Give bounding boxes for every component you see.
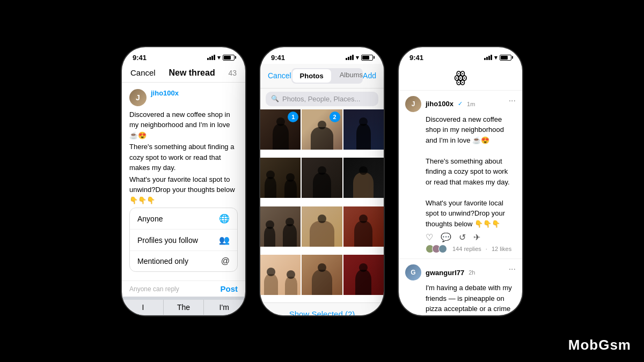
predictive-row: I The I'm: [123, 300, 244, 315]
photo-tabs: Photos Albums: [291, 68, 363, 84]
people-icon: 👥: [219, 235, 230, 245]
photo-cell-4[interactable]: [260, 158, 301, 198]
photo-cell-1[interactable]: 1: [260, 109, 301, 150]
wifi-icon-3: ▾: [494, 54, 497, 61]
photo-cell-9[interactable]: [343, 206, 384, 247]
status-bar-1: 9:41 ▾: [122, 47, 245, 64]
photo-cell-8[interactable]: [302, 206, 342, 247]
more-button-1[interactable]: ···: [509, 96, 516, 106]
photo-grid: 1 2: [260, 109, 384, 302]
feed-post-2: G gwangurl77 2h ··· I'm having a debate …: [399, 259, 522, 315]
keyboard: I The I'm q w e r t y u i o p a s d f: [122, 297, 245, 315]
following-label: Profiles you follow: [137, 236, 198, 245]
post-user-1: J jiho100x ✓ 1m: [405, 96, 475, 112]
photo-cell-5[interactable]: [302, 158, 342, 198]
battery-icon-3: [500, 55, 511, 61]
photo-picker-nav: Cancel Photos Albums Add: [260, 64, 384, 88]
time-2: 9:41: [271, 54, 285, 62]
comment-icon-1[interactable]: 💬: [441, 232, 451, 242]
post-stats-1: 144 replies · 12 likes: [426, 245, 516, 253]
albums-tab[interactable]: Albums: [332, 68, 363, 84]
post-user-2: G gwangurl77 2h: [405, 264, 475, 280]
photo-cell-12[interactable]: [343, 255, 384, 295]
status-icons-3: ▾: [484, 54, 511, 61]
stat-likes-count-1: 12 likes: [492, 246, 511, 252]
threads-logo: ꙮ: [454, 68, 467, 86]
char-count: 43: [228, 69, 237, 77]
photo-cancel-button[interactable]: Cancel: [268, 71, 291, 80]
username-1[interactable]: jiho100x: [426, 100, 453, 108]
thread-compose: J jiho100x Discovered a new coffee shop …: [122, 83, 245, 281]
compose-text-3[interactable]: What's your favorite local spot to unwin…: [129, 174, 238, 206]
more-button-2[interactable]: ···: [509, 264, 516, 274]
threads-header: ꙮ: [399, 64, 522, 91]
nav-bar-1: Cancel New thread 43: [122, 64, 245, 83]
signal-icon: [207, 55, 215, 60]
post-header-2: G gwangurl77 2h ···: [405, 264, 516, 280]
user-row: J jiho100x: [129, 89, 238, 106]
photo-cell-11[interactable]: [302, 255, 342, 295]
watermark: MobGsm: [568, 337, 631, 353]
show-selected-button[interactable]: Show Selected (2): [289, 309, 355, 315]
pred-word-2[interactable]: The: [164, 300, 204, 315]
post-text-1: Discovered a new coffee shop in my neigh…: [426, 114, 516, 230]
phones-container: 9:41 ▾ Cancel New thread 43: [111, 36, 533, 326]
signal-icon-2: [346, 55, 354, 60]
selection-badge-2: 2: [330, 112, 340, 122]
verified-badge-1: ✓: [458, 100, 463, 107]
post-button[interactable]: Post: [220, 284, 238, 293]
battery-icon-2: [361, 55, 373, 61]
compose-text-1[interactable]: Discovered a new coffee shop in my neigh…: [129, 109, 238, 141]
photo-cell-10[interactable]: [260, 255, 301, 295]
feed: J jiho100x ✓ 1m ··· Discovered a new cof…: [399, 91, 522, 315]
post-text-2: I'm having a debate with my friends — is…: [426, 283, 516, 315]
stat-likes-1: ·: [486, 246, 487, 252]
repost-icon-1[interactable]: ↺: [459, 232, 466, 242]
anyone-label: Anyone: [137, 215, 163, 223]
selection-badge-1: 1: [288, 112, 298, 122]
pred-word-1[interactable]: I: [123, 300, 164, 315]
photos-tab[interactable]: Photos: [292, 69, 331, 83]
globe-icon: 🌐: [219, 213, 230, 224]
reply-option-following[interactable]: Profiles you follow 👥: [130, 230, 237, 251]
stat-avatars-1: [426, 245, 447, 253]
search-input-container[interactable]: 🔍 Photos, People, Places...: [266, 92, 378, 106]
photo-cell-3[interactable]: [343, 109, 384, 150]
photo-cell-7[interactable]: [260, 206, 301, 247]
reply-footer-text: Anyone can reply: [129, 285, 179, 293]
search-icon: 🔍: [271, 95, 279, 102]
stat-text-1: 144 replies: [452, 246, 481, 252]
wifi-icon-2: ▾: [356, 54, 359, 61]
user-avatar: J: [129, 89, 147, 106]
compose-text-2[interactable]: There's something about finding a cozy s…: [129, 142, 238, 173]
feed-post-1: J jiho100x ✓ 1m ··· Discovered a new cof…: [399, 91, 522, 260]
phone-3: 9:41 ▾ ꙮ: [399, 47, 522, 315]
reply-footer: Anyone can reply Post: [122, 280, 245, 297]
time-1: 9:41: [133, 54, 147, 62]
status-icons-1: ▾: [207, 54, 235, 61]
post-time-1: 1m: [467, 101, 475, 107]
reply-option-mentioned[interactable]: Mentioned only @: [130, 251, 237, 271]
status-bar-3: 9:41 ▾: [399, 47, 522, 64]
wifi-icon: ▾: [217, 54, 221, 61]
phone-2: 9:41 ▾ Cancel Photos Albums A: [260, 47, 384, 315]
photo-cell-6[interactable]: [343, 158, 384, 198]
photo-add-button[interactable]: Add: [363, 71, 376, 80]
reply-option-anyone[interactable]: Anyone 🌐: [130, 208, 237, 230]
post-header-1: J jiho100x ✓ 1m ···: [405, 96, 516, 112]
avatar-2: G: [405, 264, 421, 280]
new-thread-title: New thread: [169, 68, 215, 78]
share-icon-1[interactable]: ✈: [473, 232, 480, 242]
mentioned-label: Mentioned only: [137, 257, 188, 265]
post-actions-1: ♡ 💬 ↺ ✈: [426, 232, 516, 242]
battery-icon: [223, 55, 235, 61]
avatar-1: J: [405, 96, 421, 112]
cancel-button[interactable]: Cancel: [130, 68, 156, 77]
signal-icon-3: [484, 55, 492, 60]
username-2[interactable]: gwangurl77: [426, 269, 464, 277]
photo-cell-2[interactable]: 2: [302, 109, 342, 150]
pred-word-3[interactable]: I'm: [204, 300, 244, 315]
status-icons-2: ▾: [346, 54, 373, 61]
like-icon-1[interactable]: ♡: [426, 232, 433, 242]
phone-1: 9:41 ▾ Cancel New thread 43: [122, 47, 245, 315]
